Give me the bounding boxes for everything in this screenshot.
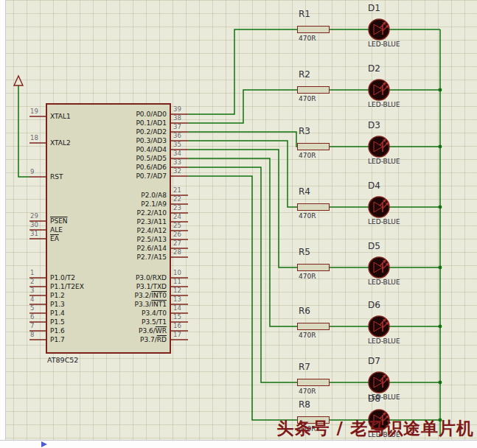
- pin-label: P1.4: [50, 310, 65, 317]
- wire-p0-6-to-r7[interactable]: [188, 167, 297, 382]
- resistor-ref-label: R6: [299, 307, 310, 315]
- pin-label: P2.0/A8: [90, 192, 167, 199]
- pin-number: 26: [173, 231, 181, 238]
- pin-number: 15: [173, 314, 181, 321]
- led-model-label: LED-BLUE: [368, 41, 400, 48]
- led-model-label: LED-BLUE: [368, 102, 400, 108]
- pin-number: 17: [173, 332, 181, 338]
- pin-label: PSEN: [50, 218, 68, 225]
- pin-number: 33: [173, 159, 181, 166]
- pin-number: 10: [173, 270, 181, 276]
- resistor-value-label: 470R: [299, 332, 316, 339]
- wire-junction: [439, 145, 442, 149]
- resistor-R2[interactable]: [297, 86, 330, 94]
- pin-number: 35: [173, 141, 181, 148]
- pin-number: 25: [173, 223, 181, 229]
- resistor-R1[interactable]: [297, 26, 330, 33]
- led-ref-label: D3: [368, 121, 380, 130]
- pin-label: EA: [50, 236, 59, 242]
- wire-p0-0-to-r1[interactable]: [188, 29, 297, 114]
- pin-label: P0.4/AD4: [90, 147, 167, 153]
- wire-rst-to-terminal[interactable]: [18, 85, 29, 177]
- led-ref-label: D6: [368, 301, 380, 309]
- pin-number: 38: [173, 115, 181, 122]
- led-symbol-D1[interactable]: [369, 19, 389, 40]
- resistor-value-label: 470R: [299, 213, 316, 220]
- pin-label: P1.7: [50, 337, 65, 343]
- pin-label: P2.7/A15: [90, 254, 167, 261]
- pin-number: 22: [173, 196, 181, 203]
- pin-label: P2.3/A11: [90, 219, 167, 225]
- wire-p0-7-to-r8[interactable]: [188, 176, 297, 420]
- resistor-ref-label: R4: [299, 187, 310, 196]
- pin-number: 5: [30, 305, 34, 312]
- pin-number: 39: [173, 106, 181, 113]
- chip-ref-label: AT89C52: [47, 357, 78, 364]
- led-symbol-D3[interactable]: [369, 136, 389, 157]
- resistor-ref-label: R8: [299, 400, 310, 409]
- pin-number: 7: [30, 323, 34, 329]
- pin-number: 19: [30, 108, 38, 115]
- resistor-R5[interactable]: [297, 264, 330, 271]
- pin-number: 2: [30, 279, 34, 285]
- pin-label: RST: [50, 174, 63, 181]
- pin-number: 28: [173, 249, 181, 256]
- resistor-R4[interactable]: [297, 203, 330, 211]
- resistor-R3[interactable]: [297, 143, 330, 150]
- pin-label: P3.0/RXD: [90, 275, 167, 281]
- led-symbol-D6[interactable]: [369, 316, 389, 337]
- wire-p0-2-to-r3[interactable]: [188, 132, 297, 147]
- pin-number: 16: [173, 323, 181, 329]
- pin-label: P1.0/T2: [50, 275, 75, 281]
- pin-number: 37: [173, 124, 181, 130]
- resistor-R6[interactable]: [297, 323, 330, 330]
- resistor-value-label: 470R: [299, 35, 316, 42]
- pin-label: P3.5/T1: [90, 319, 167, 326]
- pin-number: 13: [173, 296, 181, 303]
- pin-label: ALE: [50, 227, 63, 234]
- schematic-canvas[interactable]: AT89C52 头条号 / 老马识途单片机 19XTAL118XTAL29RST…: [0, 0, 477, 448]
- led-symbol-D2[interactable]: [369, 80, 389, 100]
- pin-number: 31: [30, 231, 38, 237]
- pin-label: P2.1/A9: [90, 201, 167, 208]
- pin-label: P0.2/AD2: [90, 129, 167, 136]
- led-ref-label: D8: [368, 394, 380, 403]
- pin-number: 32: [173, 168, 181, 175]
- pin-label: P2.2/A10: [90, 210, 167, 217]
- resistor-value-label: 470R: [299, 153, 316, 159]
- led-model-label: LED-BLUE: [368, 219, 400, 225]
- pin-label: P0.5/AD5: [90, 155, 167, 162]
- pin-label: P3.3/INT1: [90, 301, 167, 308]
- pin-label: P1.3: [50, 301, 65, 308]
- pin-number: 1: [30, 270, 34, 276]
- resistor-value-label: 470R: [299, 96, 316, 102]
- editor-left-margin: [0, 0, 6, 448]
- wire-p0-5-to-r6[interactable]: [188, 158, 297, 326]
- resistor-R7[interactable]: [297, 379, 330, 386]
- pin-label: XTAL1: [50, 113, 71, 120]
- pin-label: P2.6/A14: [90, 245, 167, 252]
- led-model-label: LED-BLUE: [368, 279, 400, 286]
- pin-number: 3: [30, 287, 34, 294]
- wire-junction: [439, 88, 442, 92]
- pin-number: 36: [173, 133, 181, 139]
- terminal-arrow-icon[interactable]: [14, 76, 23, 85]
- led-symbol-D7[interactable]: [369, 372, 389, 393]
- pin-label: P0.7/AD7: [90, 173, 167, 180]
- pin-label: P3.1/TXD: [90, 284, 167, 290]
- led-ref-label: D1: [368, 4, 380, 13]
- wire-p0-3-to-r4[interactable]: [188, 141, 297, 207]
- pin-label: P3.6/WR: [90, 328, 167, 335]
- led-symbol-D5[interactable]: [369, 257, 389, 278]
- pin-label: P3.7/RD: [90, 337, 167, 343]
- led-ref-label: D4: [368, 181, 380, 190]
- led-symbol-D4[interactable]: [369, 197, 389, 217]
- pin-number: 8: [30, 332, 34, 338]
- pin-number: 29: [30, 213, 38, 220]
- pin-number: 27: [173, 240, 181, 247]
- pin-label: P0.3/AD3: [90, 138, 167, 144]
- pin-label: P1.2: [50, 293, 65, 299]
- pin-number: 6: [30, 314, 34, 321]
- wire-p0-1-to-r2[interactable]: [188, 90, 297, 123]
- resistor-ref-label: R3: [299, 127, 310, 136]
